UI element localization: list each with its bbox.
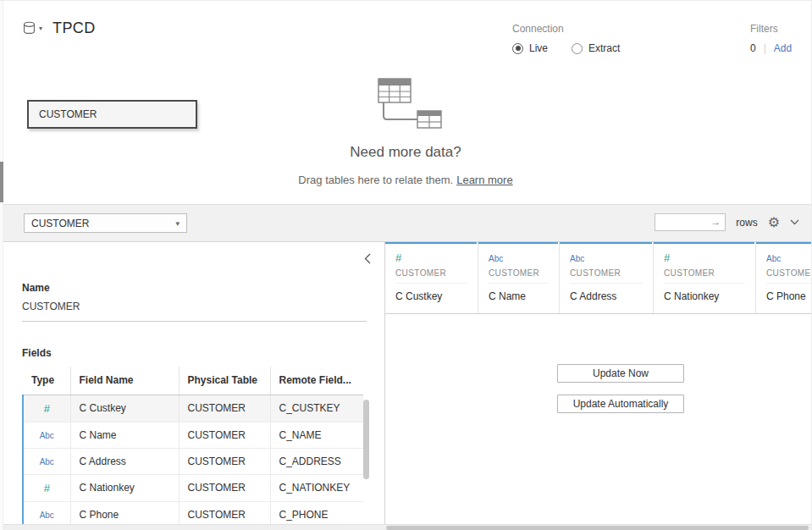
database-cylinder-icon xyxy=(22,21,36,36)
datasource-title[interactable]: TPCD xyxy=(52,19,96,37)
settings-gear-icon[interactable]: ⚙ xyxy=(768,216,780,229)
column-table-caption: CUSTOMER xyxy=(664,268,755,278)
table-name-field[interactable]: CUSTOMER xyxy=(22,301,367,322)
table-select-value: CUSTOMER xyxy=(31,218,89,229)
database-icon[interactable]: ▾ xyxy=(22,21,42,36)
rows-count-input[interactable] xyxy=(655,213,726,231)
extract-radio-label: Extract xyxy=(588,42,620,54)
header: ▾ TPCD Connection Live Extract Filters 0 xyxy=(0,1,811,62)
collapsed-left-pane xyxy=(0,1,3,530)
field-name-cell[interactable]: C Name xyxy=(70,422,179,448)
pane-resize-handle[interactable] xyxy=(0,162,3,202)
canvas-empty-state: Need more data? Drag tables here to rela… xyxy=(211,77,600,186)
relationship-canvas: CUSTOMER Need more data? Drag tables her… xyxy=(0,62,811,204)
learn-more-link[interactable]: Learn more xyxy=(456,174,512,186)
col-header-field-name: Field Name xyxy=(70,367,179,395)
field-row-c-address[interactable]: Abc C Address CUSTOMER C_ADDRESS xyxy=(23,448,363,474)
data-grid-header: # CUSTOMER C Custkey Abc CUSTOMER C Name… xyxy=(385,242,811,314)
column-accent-bar xyxy=(478,242,558,244)
column-field-name: C Address xyxy=(570,284,653,302)
extract-radio-option[interactable]: Extract xyxy=(572,42,620,54)
column-type-icon: # xyxy=(664,251,670,264)
connection-section: Connection Live Extract xyxy=(512,23,620,54)
physical-table-cell: CUSTOMER xyxy=(179,422,270,448)
connection-radio-group: Live Extract xyxy=(512,42,620,54)
grid-column-c-phone[interactable]: Abc CUSTOMER C Phone xyxy=(756,242,811,313)
field-type-icon[interactable]: Abc xyxy=(40,511,54,520)
customer-table-node-label: CUSTOMER xyxy=(39,108,97,120)
dropdown-caret-icon: ▾ xyxy=(175,219,180,228)
grid-column-c-name[interactable]: Abc CUSTOMER C Name xyxy=(478,242,560,313)
remote-field-cell: C_CUSTKEY xyxy=(270,395,363,422)
column-field-name: C Nationkey xyxy=(664,284,755,302)
table-toolbar: CUSTOMER ▾ → rows ⚙ xyxy=(0,204,811,242)
live-radio[interactable] xyxy=(512,43,523,54)
field-type-icon[interactable]: # xyxy=(44,402,50,415)
field-row-c-custkey[interactable]: # C Custkey CUSTOMER C_CUSTKEY xyxy=(23,395,363,422)
field-name-cell[interactable]: C Nationkey xyxy=(70,474,179,501)
connection-label: Connection xyxy=(512,23,620,35)
col-header-physical-table: Physical Table xyxy=(179,367,270,395)
field-row-c-name[interactable]: Abc C Name CUSTOMER C_NAME xyxy=(23,422,363,448)
field-type-icon[interactable]: Abc xyxy=(40,431,54,440)
column-table-caption: CUSTOMER xyxy=(766,268,811,278)
collapse-panel-icon[interactable] xyxy=(364,253,371,267)
column-type-icon: Abc xyxy=(570,254,584,263)
rows-input-wrap: → xyxy=(655,213,726,231)
lower-split: Name CUSTOMER Fields Type Field Name Phy… xyxy=(0,242,811,524)
update-automatically-button[interactable]: Update Automatically xyxy=(557,395,684,413)
live-radio-label: Live xyxy=(529,42,548,54)
column-table-caption: CUSTOMER xyxy=(395,268,478,278)
grid-column-c-nationkey[interactable]: # CUSTOMER C Nationkey xyxy=(654,242,756,313)
remote-field-cell: C_NAME xyxy=(270,422,363,448)
remote-field-cell: C_PHONE xyxy=(270,501,363,524)
extract-radio[interactable] xyxy=(572,43,583,54)
empty-state-hint-text: Drag tables here to relate them. xyxy=(298,174,453,186)
column-accent-bar xyxy=(560,242,652,244)
caret-down-icon: ▾ xyxy=(39,25,42,32)
physical-table-cell: CUSTOMER xyxy=(179,395,270,422)
column-type-icon: Abc xyxy=(766,254,781,263)
column-table-caption: CUSTOMER xyxy=(489,268,559,278)
field-type-icon[interactable]: Abc xyxy=(40,457,54,467)
tableau-data-source-page: ▾ TPCD Connection Live Extract Filters 0 xyxy=(0,0,812,530)
field-name-cell[interactable]: C Address xyxy=(70,448,179,474)
filters-separator: | xyxy=(764,42,766,54)
field-row-c-phone[interactable]: Abc C Phone CUSTOMER C_PHONE xyxy=(23,501,363,524)
field-name-cell[interactable]: C Phone xyxy=(70,501,179,524)
grid-column-c-address[interactable]: Abc CUSTOMER C Address xyxy=(560,242,654,313)
physical-table-cell: CUSTOMER xyxy=(179,448,270,474)
column-accent-bar xyxy=(654,242,754,244)
live-radio-option[interactable]: Live xyxy=(512,42,548,54)
field-name-cell[interactable]: C Custkey xyxy=(70,395,179,422)
column-field-name: C Phone xyxy=(766,284,811,302)
customer-table-node[interactable]: CUSTOMER xyxy=(27,100,197,129)
table-select-dropdown[interactable]: CUSTOMER ▾ xyxy=(24,213,187,233)
column-accent-bar xyxy=(385,242,477,244)
chevron-down-icon[interactable] xyxy=(790,219,799,225)
name-section-label: Name xyxy=(22,282,50,294)
physical-table-cell: CUSTOMER xyxy=(179,474,270,501)
tables-illustration-icon xyxy=(367,77,445,131)
empty-state-hint: Drag tables here to relate them.Learn mo… xyxy=(211,174,600,186)
fields-scrollbar-thumb[interactable] xyxy=(363,400,369,479)
filters-section: Filters 0 | Add xyxy=(750,23,792,54)
column-type-icon: Abc xyxy=(489,254,503,263)
toolbar-right-group: → rows ⚙ xyxy=(655,213,799,231)
field-row-c-nationkey[interactable]: # C Nationkey CUSTOMER C_NATIONKEY xyxy=(23,474,363,501)
horizontal-scrollbar-track[interactable] xyxy=(0,524,811,530)
datasource-title-group: ▾ TPCD xyxy=(22,19,96,37)
remote-field-cell: C_ADDRESS xyxy=(270,448,363,474)
field-type-icon[interactable]: # xyxy=(44,482,50,494)
filters-label: Filters xyxy=(750,23,792,35)
data-grid-panel: # CUSTOMER C Custkey Abc CUSTOMER C Name… xyxy=(385,242,811,524)
grid-column-c-custkey[interactable]: # CUSTOMER C Custkey xyxy=(385,242,478,313)
horizontal-scrollbar-thumb[interactable] xyxy=(386,526,809,530)
add-filter-link[interactable]: Add xyxy=(774,42,792,54)
update-now-button[interactable]: Update Now xyxy=(557,364,684,383)
physical-table-cell: CUSTOMER xyxy=(179,501,270,524)
field-metadata-panel: Name CUSTOMER Fields Type Field Name Phy… xyxy=(0,242,385,524)
fields-section-label: Fields xyxy=(22,347,52,359)
col-header-type: Type xyxy=(23,367,70,395)
column-accent-bar xyxy=(756,242,811,244)
